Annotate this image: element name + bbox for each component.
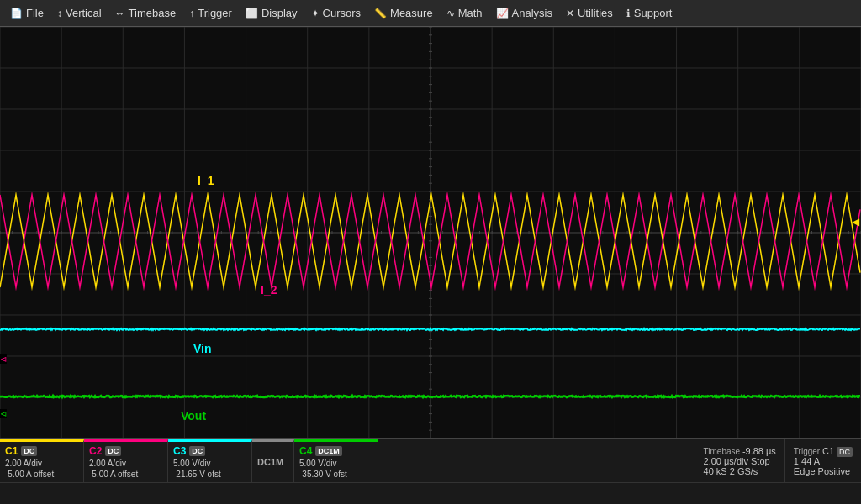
right-info: Timebase -9.88 μs 2.00 μs/div Stop 40 kS…: [695, 439, 861, 483]
channel-C2-offset: -5.00 A offset: [89, 470, 162, 479]
channel-C1[interactable]: C1 DC 2.00 A/div -5.00 A offset: [0, 439, 84, 482]
timebase-scale: 2.00 μs/div: [704, 456, 748, 466]
vertical-icon: ↕: [57, 8, 62, 19]
channel-C3-offset: -21.65 V ofst: [173, 470, 246, 479]
channel-C4[interactable]: C4 DC1M 5.00 V/div -35.30 V ofst: [294, 439, 378, 482]
timebase-mode: Stop: [751, 456, 770, 466]
file-icon: 📄: [10, 8, 23, 19]
analysis-icon: 📈: [496, 8, 509, 19]
channel-C4-name: C4: [299, 445, 312, 457]
menu-utilities[interactable]: ✕ Utilities: [559, 5, 620, 21]
menu-trigger[interactable]: ↑ Trigger: [182, 5, 239, 21]
channel-row: C1 DC 2.00 A/div -5.00 A offset C2 DC 2.…: [0, 439, 861, 483]
channel-DC1M: DC1M: [252, 439, 294, 482]
channel-DC1M-name: DC1M: [257, 457, 283, 467]
timebase-sample: 40 kS: [704, 466, 727, 476]
channel-C3-scale: 5.00 V/div: [173, 459, 246, 468]
channel-C4-offset: -35.30 V ofst: [299, 470, 372, 479]
menubar: 📄 File ↕ Vertical ↔ Timebase ↑ Trigger ⬜…: [0, 0, 861, 27]
channel-C4-scale: 5.00 V/div: [299, 459, 372, 468]
menu-analysis[interactable]: 📈 Analysis: [489, 5, 559, 21]
timebase-offset: -9.88 μs: [742, 446, 776, 456]
channel-C2-scale: 2.00 A/div: [89, 459, 162, 468]
ground-marker-Vout: ⊲: [0, 409, 7, 418]
status-bar: C1 DC 2.00 A/div -5.00 A offset C2 DC 2.…: [0, 438, 861, 504]
menu-math[interactable]: ∿ Math: [440, 5, 489, 21]
menu-file[interactable]: 📄 File: [3, 5, 50, 21]
channel-C2-name: C2: [89, 445, 102, 457]
menu-display[interactable]: ⬜ Display: [239, 5, 304, 21]
channel-C1-name: C1: [5, 445, 18, 457]
menu-measure[interactable]: 📏 Measure: [367, 5, 440, 21]
trigger-source: C1: [822, 446, 834, 456]
cursors-icon: ✦: [311, 8, 320, 19]
utilities-icon: ✕: [566, 8, 574, 19]
timebase-info: Timebase -9.88 μs 2.00 μs/div Stop 40 kS…: [695, 439, 784, 483]
menu-timebase[interactable]: ↔ Timebase: [108, 5, 183, 21]
channel-C1-coupling: DC: [21, 446, 37, 456]
channel-C1-offset: -5.00 A offset: [5, 470, 78, 479]
menu-cursors[interactable]: ✦ Cursors: [304, 5, 368, 21]
timebase-icon: ↔: [115, 8, 125, 19]
channel-C3[interactable]: C3 DC 5.00 V/div -21.65 V ofst: [168, 439, 252, 482]
channel-C2-coupling: DC: [105, 446, 121, 456]
trigger-type: Edge: [794, 466, 816, 476]
channel-C2[interactable]: C2 DC 2.00 A/div -5.00 A offset: [84, 439, 168, 482]
channel-C3-name: C3: [173, 445, 186, 457]
channel-C1-scale: 2.00 A/div: [5, 459, 78, 468]
trigger-arrow: ◀: [852, 216, 859, 228]
ground-marker-I2: ⊲: [0, 354, 7, 364]
scope-display: I_1 I_2 Vin Vout ⊲ ⊲ ◀: [0, 27, 861, 438]
trigger-info: Trigger C1DC 1.44 A Edge Positive: [784, 439, 861, 483]
channel-C3-coupling: DC: [189, 446, 205, 456]
trigger-slope: Positive: [818, 466, 851, 476]
display-icon: ⬜: [246, 8, 258, 19]
trigger-level: 1.44 A: [794, 456, 820, 466]
menu-support[interactable]: ℹ Support: [620, 5, 679, 21]
timebase-acq: 2 GS/s: [730, 466, 758, 476]
trigger-icon: ↑: [189, 8, 194, 19]
channel-C4-coupling: DC1M: [315, 446, 342, 456]
math-icon: ∿: [446, 8, 455, 19]
measure-icon: 📏: [374, 8, 387, 19]
support-icon: ℹ: [626, 8, 631, 19]
menu-vertical[interactable]: ↕ Vertical: [50, 5, 108, 21]
scope-canvas: [0, 27, 861, 438]
